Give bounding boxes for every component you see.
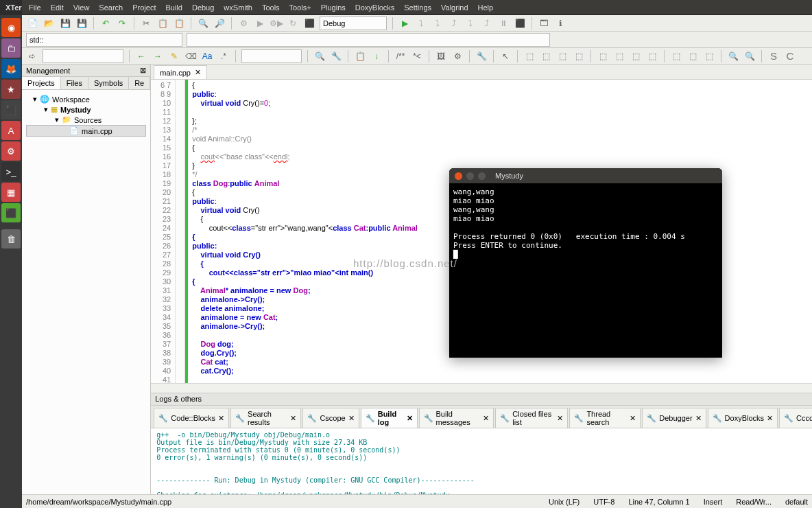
tree-folder[interactable]: ▾ 📁 Sources bbox=[26, 115, 146, 125]
back-icon[interactable]: ← bbox=[135, 50, 147, 62]
menu-doxyblocks[interactable]: DoxyBlocks bbox=[355, 3, 394, 12]
save-icon[interactable]: 💾 bbox=[59, 17, 71, 30]
close-icon[interactable] bbox=[455, 172, 462, 180]
close-icon[interactable]: ✕ bbox=[767, 414, 773, 423]
maximize-icon[interactable] bbox=[478, 172, 486, 180]
close-icon[interactable]: ✕ bbox=[407, 414, 413, 423]
jump-combo[interactable] bbox=[43, 49, 123, 63]
tree-workspace[interactable]: ▾ 🌐 Workspace bbox=[26, 94, 146, 104]
buildrun-icon[interactable]: ⚙▶ bbox=[270, 17, 283, 30]
cursor-icon[interactable]: ↖ bbox=[499, 50, 512, 62]
menu-settings[interactable]: Settings bbox=[404, 3, 431, 12]
tool-icon[interactable]: ⚙ bbox=[451, 50, 464, 62]
minimize-icon[interactable] bbox=[466, 172, 474, 180]
menu-wxsmith[interactable]: wxSmith bbox=[224, 3, 252, 12]
close-icon[interactable]: ✕ bbox=[630, 414, 636, 423]
tab-symbols[interactable]: Symbols bbox=[88, 77, 129, 89]
menu-search[interactable]: Search bbox=[99, 3, 123, 12]
tree-project[interactable]: ▾ ▦ Mystudy bbox=[26, 104, 146, 115]
debug-break-icon[interactable]: ⏸ bbox=[497, 17, 510, 30]
s-icon[interactable]: S bbox=[767, 50, 780, 62]
tool-icon[interactable]: ⬚ bbox=[523, 50, 536, 62]
comment-icon[interactable]: *< bbox=[411, 50, 423, 62]
terminal-window[interactable]: Mystudy wang,wang miao miao wang,wang mi… bbox=[449, 168, 722, 358]
app-icon[interactable]: ★ bbox=[1, 80, 21, 99]
tool-icon[interactable]: 🖼 bbox=[435, 50, 447, 62]
tab-files[interactable]: Files bbox=[61, 77, 88, 89]
tool-icon[interactable]: ⬚ bbox=[670, 50, 682, 62]
tool-icon[interactable]: ⬚ bbox=[573, 50, 585, 62]
tool-icon[interactable]: ⬚ bbox=[556, 50, 569, 62]
debug-run-icon[interactable]: ▶ bbox=[398, 17, 411, 30]
scrollbar-h[interactable] bbox=[151, 383, 812, 393]
log-tab[interactable]: 🔧Code::Blocks✕ bbox=[154, 408, 229, 428]
case-icon[interactable]: Aa bbox=[201, 50, 213, 62]
tab-resources[interactable]: Re bbox=[129, 77, 150, 89]
editor-tab[interactable]: main.cpp ✕ bbox=[154, 65, 207, 79]
log-tab[interactable]: 🔧Closed files list✕ bbox=[495, 408, 568, 428]
app-icon[interactable]: ⚙ bbox=[1, 141, 21, 161]
close-icon[interactable]: ✕ bbox=[218, 414, 224, 423]
dash-icon[interactable]: ◉ bbox=[1, 18, 21, 37]
debug-step-icon[interactable]: ⤵ bbox=[464, 17, 477, 30]
debug-step-icon[interactable]: ⤵ bbox=[431, 17, 444, 30]
menu-plugins[interactable]: Plugins bbox=[321, 3, 346, 12]
log-tab[interactable]: 🔧Debugger✕ bbox=[642, 408, 706, 428]
close-icon[interactable]: ✕ bbox=[483, 414, 489, 423]
tool-icon[interactable]: ⬚ bbox=[703, 50, 715, 62]
tab-projects[interactable]: Projects bbox=[22, 77, 61, 89]
paste-icon[interactable]: 📋 bbox=[173, 17, 185, 30]
menu-toolsplus[interactable]: Tools+ bbox=[289, 3, 311, 12]
menu-view[interactable]: View bbox=[73, 3, 90, 12]
log-tab[interactable]: 🔧Search results✕ bbox=[230, 408, 301, 428]
fwd-icon[interactable]: → bbox=[152, 50, 164, 62]
menu-debug[interactable]: Debug bbox=[192, 3, 214, 12]
tool-icon[interactable]: ↓ bbox=[370, 50, 383, 62]
c-icon[interactable]: C bbox=[784, 50, 796, 62]
tool-icon[interactable]: ⬚ bbox=[630, 50, 642, 62]
log-tab[interactable]: 🔧Cscope✕ bbox=[302, 408, 359, 428]
log-tab[interactable]: 🔧DoxyBlocks✕ bbox=[708, 408, 778, 428]
jump-icon[interactable]: ➪ bbox=[26, 50, 38, 62]
menu-edit[interactable]: Edit bbox=[51, 3, 64, 12]
terminal-icon[interactable]: >_ bbox=[1, 162, 21, 181]
terminal-titlebar[interactable]: Mystudy bbox=[449, 168, 722, 183]
tool-icon[interactable]: 🔧 bbox=[330, 50, 342, 62]
tool-icon[interactable]: ⬚ bbox=[686, 50, 699, 62]
eraser-icon[interactable]: ⌫ bbox=[184, 50, 197, 62]
zoom-out-icon[interactable]: 🔍 bbox=[743, 50, 756, 62]
menu-project[interactable]: Project bbox=[132, 3, 156, 12]
rebuild-icon[interactable]: ↻ bbox=[287, 17, 299, 30]
scope-combo[interactable]: std:: bbox=[26, 33, 182, 47]
run-icon[interactable]: ▶ bbox=[254, 17, 266, 30]
app-icon[interactable]: ⬛ bbox=[1, 203, 21, 222]
replace-icon[interactable]: 🔎 bbox=[213, 17, 226, 30]
search-combo[interactable] bbox=[241, 49, 302, 63]
debug-step-icon[interactable]: ⤴ bbox=[481, 17, 493, 30]
debug-windows-icon[interactable]: 🗔 bbox=[538, 17, 550, 30]
redo-icon[interactable]: ↷ bbox=[116, 17, 128, 30]
undo-icon[interactable]: ↶ bbox=[99, 17, 112, 30]
member-combo[interactable] bbox=[187, 33, 550, 47]
menu-tools[interactable]: Tools bbox=[262, 3, 280, 12]
close-icon[interactable]: ✕ bbox=[695, 414, 702, 423]
log-tab[interactable]: 🔧Build messages✕ bbox=[419, 408, 494, 428]
debug-step-icon[interactable]: ⤴ bbox=[448, 17, 460, 30]
close-icon[interactable]: ⊠ bbox=[140, 66, 146, 75]
highlight-icon[interactable]: ✎ bbox=[168, 50, 180, 62]
tree-file[interactable]: 📄 main.cpp bbox=[26, 125, 146, 137]
app-icon[interactable]: ▦ bbox=[1, 183, 21, 202]
trash-icon[interactable]: 🗑 bbox=[1, 229, 21, 249]
abort-icon[interactable]: ⬛ bbox=[303, 17, 315, 30]
menu-help[interactable]: Help bbox=[478, 3, 494, 12]
tool-icon[interactable]: 📋 bbox=[354, 50, 366, 62]
app-icon[interactable]: A bbox=[1, 121, 21, 140]
menu-build[interactable]: Build bbox=[165, 3, 182, 12]
regex-icon[interactable]: .* bbox=[217, 50, 230, 62]
copy-icon[interactable]: 📋 bbox=[156, 17, 169, 30]
build-icon[interactable]: ⚙ bbox=[237, 17, 250, 30]
log-tab[interactable]: 🔧Thread search✕ bbox=[569, 408, 641, 428]
log-tab[interactable]: 🔧Cccc✕ bbox=[779, 408, 812, 428]
cut-icon[interactable]: ✂ bbox=[140, 17, 152, 30]
saveall-icon[interactable]: 💾 bbox=[75, 17, 88, 30]
